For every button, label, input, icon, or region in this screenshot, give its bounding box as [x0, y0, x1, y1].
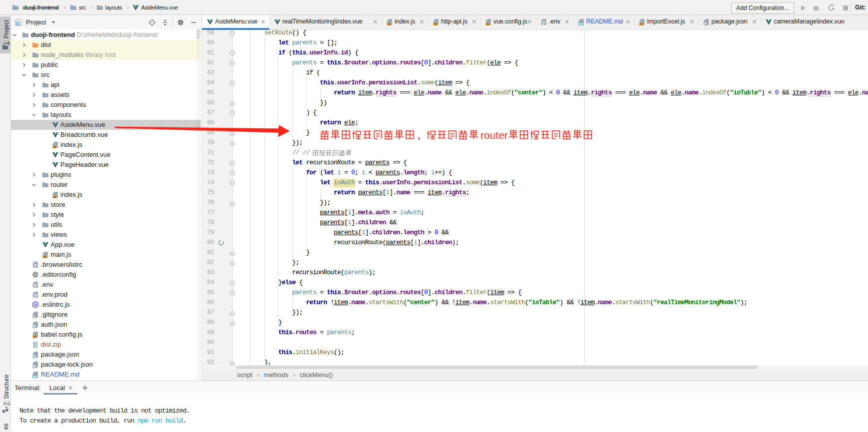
svg-text:JS: JS — [53, 195, 56, 198]
svg-text:JS: JS — [387, 22, 391, 25]
svg-text:{}: {} — [33, 355, 35, 358]
svg-text:JS: JS — [43, 255, 46, 258]
svg-text:MD: MD — [33, 375, 37, 378]
svg-text:{}: {} — [33, 365, 35, 368]
svg-text:{}: {} — [704, 22, 706, 25]
svg-text:JS: JS — [640, 22, 643, 25]
svg-text:JS: JS — [434, 22, 437, 25]
svg-text:JS: JS — [33, 335, 36, 338]
svg-text:{}: {} — [33, 325, 35, 328]
svg-text:JS: JS — [486, 22, 489, 25]
svg-text:MD: MD — [579, 22, 583, 25]
svg-text:router: router — [480, 129, 508, 141]
svg-text:JS: JS — [53, 145, 56, 148]
